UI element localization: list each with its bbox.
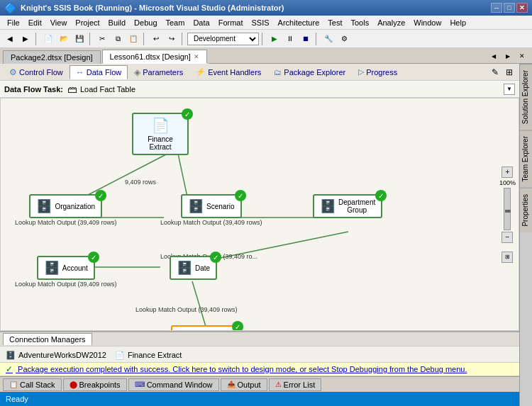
breakpoints-label: Breakpoints [79,380,121,389]
menu-data[interactable]: Data [189,17,214,28]
zoom-fit[interactable]: ⊞ [501,252,513,263]
toolbar-open[interactable]: 📂 [57,32,71,46]
menu-window[interactable]: Window [409,17,445,28]
menu-debug[interactable]: Debug [130,17,161,28]
node-account[interactable]: ✓ 🗄️ Account Lookup Match Output (39,409… [15,256,117,288]
team-explorer-tab[interactable]: Team Explorer [520,130,533,187]
menu-edit[interactable]: Edit [24,17,46,28]
subtab-action1[interactable]: ✎ [488,65,502,79]
tab-close-active[interactable]: ✕ [515,49,529,63]
bottom-tab-callstack[interactable]: 📋 Call Stack [3,378,62,391]
toolbar-pause[interactable]: ⏸ [283,32,297,46]
tab-lesson61-close[interactable]: ✕ [194,53,199,60]
tab-lesson61[interactable]: Lesson61.dtsx [Design] ✕ [102,50,207,64]
menu-project[interactable]: Project [71,17,104,28]
toolbar-stop[interactable]: ⏹ [299,32,313,46]
window-title: Knight's SSIS Book (Running) - Microsoft… [21,4,491,12]
conn-finance-label: Finance Extract [128,351,182,359]
subtab-progress[interactable]: ▷ Progress [352,65,404,79]
bottom-tab-output[interactable]: 📤 Output [221,378,267,391]
toolbar-forward[interactable]: ▶ [18,32,33,46]
toolbar-paste[interactable]: 📋 [126,32,140,46]
toolbar-save[interactable]: 💾 [72,32,87,46]
conn-finance[interactable]: 📄 Finance Extract [115,351,182,360]
bottom-tab-cmdwindow[interactable]: ⌨ Command Window [128,378,219,391]
minimize-button[interactable]: ─ [491,3,502,13]
subtab-dataflow-label: Data Flow [87,68,122,77]
toolbar-btn2[interactable]: ⚙ [337,32,351,46]
packageexplorer-icon: 🗂 [274,68,282,77]
build-config-dropdown[interactable]: Development [187,33,259,45]
tab-scroll-right[interactable]: ▶ [501,49,515,63]
subtab-parameters[interactable]: ◈ Parameters [128,65,189,79]
svg-line-6 [192,281,206,329]
menu-build[interactable]: Build [104,17,130,28]
maximize-button[interactable]: □ [504,3,515,13]
conn-db-icon: 🗄️ [6,351,16,360]
toolbar-btn1[interactable]: 🔧 [321,32,336,46]
node-scenario-box[interactable]: ✓ 🗄️ Scenario [181,194,241,218]
scenario-label: Scenario [206,203,234,210]
toolbar-cut[interactable]: ✂ [95,32,109,46]
menu-view[interactable]: View [46,17,72,28]
tab-scroll-left[interactable]: ◀ [487,49,501,63]
menu-tools[interactable]: Tools [346,17,373,28]
menu-format[interactable]: Format [214,17,248,28]
zoom-slider[interactable] [504,188,511,230]
menu-ssis[interactable]: SSIS [248,17,274,28]
subtab-packageexplorer[interactable]: 🗂 Package Explorer [267,66,352,79]
subtab-action2[interactable]: ⊞ [502,65,516,79]
conn-adventureworks[interactable]: 🗄️ AdventureWorksDW2012 [6,351,106,360]
bottom-tab-errorlist[interactable]: ⚠ Error List [269,378,322,391]
design-canvas[interactable]: ✓ 📄 FinanceExtract 9,409 rows ✓ 🗄️ Organ… [0,98,519,331]
node-scenario[interactable]: ✓ 🗄️ Scenario Lookup Match Output (39,40… [160,194,262,226]
node-date-box[interactable]: ✓ 🗄️ Date [170,256,217,280]
status-message-text[interactable]: Package execution completed with success… [18,365,467,373]
menu-team[interactable]: Team [162,17,189,28]
menu-architecture[interactable]: Architecture [274,17,324,28]
status-message[interactable]: ✓ Package execution completed with succe… [0,362,519,376]
node-account-box[interactable]: ✓ 🗄️ Account [37,256,95,280]
node-date[interactable]: ✓ 🗄️ Date [170,256,217,280]
subtab-controlflow[interactable]: ⚙ Control Flow [3,65,70,79]
node-oledb-box[interactable]: ✓ 🗄️ OLE DBDestination [171,325,239,331]
zoom-in[interactable]: + [501,167,513,178]
toolbar-new[interactable]: 📄 [41,32,55,46]
subtab-eventhandlers[interactable]: ⚡ Event Handlers [189,65,267,79]
toolbar-back[interactable]: ◀ [3,32,17,46]
right-panel: Solution Explorer Team Explorer Properti… [519,64,532,406]
menu-test[interactable]: Test [323,17,346,28]
node-dept-group-box[interactable]: ✓ 🗄️ DepartmentGroup [313,194,382,218]
scenario-icon: 🗄️ [188,198,204,214]
menu-file[interactable]: File [3,17,24,28]
arrow-label-date-oledb: Lookup Match Output (39,409 rows) [135,306,238,313]
node-finance-extract-box[interactable]: ✓ 📄 FinanceExtract [132,113,189,155]
dft-dropdown-arrow[interactable]: ▼ [504,84,515,95]
window-controls[interactable]: ─ □ ✕ [491,3,528,13]
menu-help[interactable]: Help [445,17,470,28]
close-button[interactable]: ✕ [516,3,528,13]
toolbar-redo[interactable]: ↪ [165,32,179,46]
tab-package2[interactable]: Package2.dtsx [Design] [3,50,101,64]
errorlist-icon: ⚠ [275,380,282,388]
zoom-out[interactable]: − [501,232,513,243]
menu-analyze[interactable]: Analyze [373,17,409,28]
menu-bar: File Edit View Project Build Debug Team … [0,16,532,30]
solution-explorer-tab[interactable]: Solution Explorer [520,64,533,130]
node-organization-box[interactable]: ✓ 🗄️ Organization [29,194,102,218]
toolbar-play[interactable]: ▶ [267,32,282,46]
bottom-tab-breakpoints[interactable]: ⬤ Breakpoints [63,378,127,391]
toolbar-sep1 [35,33,38,45]
node-oledb-dest[interactable]: ✓ 🗄️ OLE DBDestination [171,325,239,331]
cm-tab-conn[interactable]: Connection Managers [3,333,92,345]
subtab-controlflow-label: Control Flow [19,68,63,77]
subtab-dataflow[interactable]: ↔ Data Flow [70,65,128,79]
properties-tab[interactable]: Properties [520,188,533,232]
node-organization[interactable]: ✓ 🗄️ Organization Lookup Match Output (3… [15,194,117,226]
node-finance-extract[interactable]: ✓ 📄 FinanceExtract [132,113,189,155]
toolbar-undo[interactable]: ↩ [149,32,163,46]
node-dept-group[interactable]: ✓ 🗄️ DepartmentGroup [313,194,382,218]
oledb-icon: 🗄️ [178,329,194,331]
subtab-parameters-label: Parameters [143,68,183,77]
toolbar-copy[interactable]: ⧉ [111,32,125,46]
